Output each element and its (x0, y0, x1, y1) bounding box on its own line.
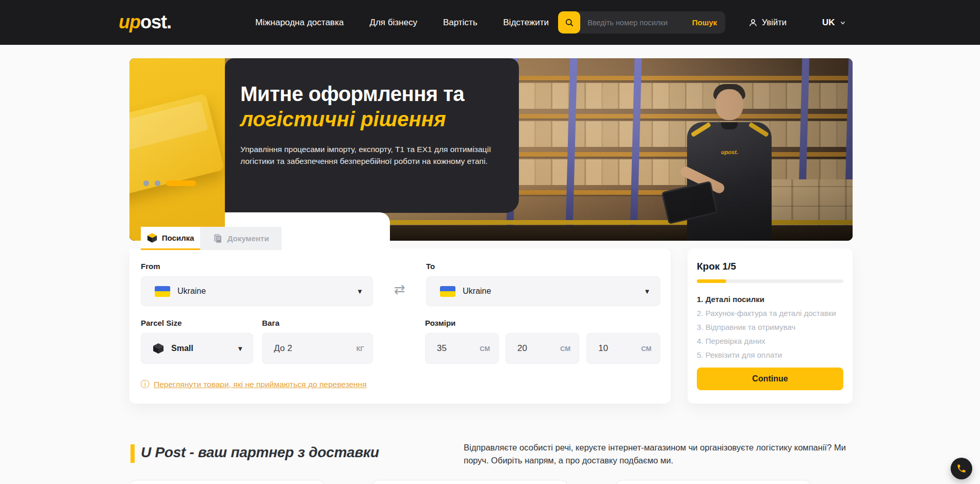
dimension-length-input[interactable] (426, 343, 466, 354)
documents-icon (213, 233, 223, 243)
parcel-size-select[interactable]: Small ▼ (141, 333, 253, 364)
search-button[interactable] (558, 11, 580, 34)
step-item-1: 1. Деталі посилки (697, 292, 843, 306)
to-country-value: Ukraine (463, 287, 491, 296)
language-label: UK (822, 18, 835, 28)
step-item-2: 2. Рахунок-фактура та деталі доставки (697, 306, 843, 320)
search-icon (564, 18, 575, 28)
nav-item-for-business[interactable]: Для бізнесу (369, 18, 417, 28)
steps-progress-bar (697, 279, 843, 283)
carousel-dot-2[interactable] (155, 180, 160, 186)
shipment-form-card: From Ukraine ▼ ⇄ To Ukraine ▼ Parcel Siz… (129, 248, 671, 404)
step-item-5: 5. Реквізити для оплати (697, 348, 843, 362)
language-selector[interactable]: UK (822, 0, 846, 45)
swap-directions-icon[interactable]: ⇄ (394, 281, 405, 297)
weight-unit: кг (356, 345, 364, 353)
hero-title-line1: Митне оформлення та (240, 82, 500, 106)
phone-icon (956, 463, 967, 474)
nav-item-pricing[interactable]: Вартість (443, 18, 478, 28)
caret-down-icon: ▼ (644, 288, 650, 295)
from-country-value: Ukraine (177, 287, 206, 296)
parcel-size-value: Small (171, 344, 193, 353)
dimension-width-field: см (505, 333, 579, 364)
hero-copy-panel: Митне оформлення та логістичні рішення У… (225, 58, 519, 213)
weight-field: кг (262, 333, 373, 364)
restricted-goods-link-text: Переглянути товари, які не приймаються д… (154, 380, 367, 389)
weight-label: Вага (262, 319, 280, 327)
parcel-box-icon (147, 233, 157, 243)
continue-button[interactable]: Continue (697, 368, 843, 390)
tracking-search: Пошук (558, 11, 725, 34)
dimension-unit: см (641, 345, 651, 353)
intro-heading: U Post - ваш партнер з доставки (141, 444, 379, 461)
login-button[interactable]: Увійти (748, 0, 787, 45)
caret-down-icon: ▼ (237, 345, 243, 353)
ukraine-flag-icon (155, 286, 170, 297)
tab-parcel[interactable]: Посилка (141, 227, 200, 250)
direction-card-preview (616, 480, 811, 484)
to-label: To (426, 262, 435, 271)
direction-card-preview (129, 480, 324, 484)
weight-input[interactable] (263, 343, 339, 354)
dimension-unit: см (560, 345, 570, 353)
direction-card-preview (372, 480, 567, 484)
from-label: From (141, 262, 160, 271)
heading-accent-bar (130, 444, 135, 463)
header: upost. Міжнародна доставка Для бізнесу В… (0, 0, 980, 45)
parcel-size-label: Parcel Size (141, 319, 182, 327)
to-country-select[interactable]: Ukraine ▼ (426, 276, 660, 306)
step-item-3: 3. Відправник та отримувач (697, 320, 843, 334)
carousel-dot-active[interactable] (166, 180, 196, 186)
info-icon: ⓘ (141, 378, 150, 390)
tab-documents-label: Документи (227, 234, 269, 243)
dimension-height-field: см (586, 333, 660, 364)
page: upost. Міжнародна доставка Для бізнесу В… (0, 0, 980, 484)
chevron-down-icon (839, 19, 846, 26)
dimension-width-input[interactable] (506, 343, 546, 354)
search-submit-label[interactable]: Пошук (692, 18, 725, 27)
restricted-goods-link[interactable]: ⓘ Переглянути товари, які не приймаються… (141, 378, 367, 390)
logo-rest: ost. (140, 11, 171, 32)
dimension-height-input[interactable] (587, 343, 627, 354)
ukraine-flag-icon (440, 286, 455, 297)
logo[interactable]: upost. (119, 11, 171, 33)
caret-down-icon: ▼ (356, 288, 363, 295)
checkout-steps-card: Крок 1/5 1. Деталі посилки 2. Рахунок-фа… (688, 248, 853, 404)
shipment-type-tabs: Посилка Документи (141, 227, 282, 250)
nav-item-track[interactable]: Відстежити (503, 18, 549, 28)
parcel-size-box-icon (153, 343, 164, 354)
step-item-4: 4. Перевірка даних (697, 334, 843, 348)
hero-description: Управління процесами імпорту, експорту, … (240, 143, 500, 167)
carousel-indicators (143, 180, 196, 186)
tab-documents[interactable]: Документи (200, 227, 282, 250)
steps-list: 1. Деталі посилки 2. Рахунок-фактура та … (697, 292, 843, 362)
steps-title: Крок 1/5 (697, 261, 843, 272)
logo-accent: up (119, 11, 140, 32)
main-nav: Міжнародна доставка Для бізнесу Вартість… (255, 0, 549, 45)
intro-description: Відправляєте особисті речі, керуєте інте… (464, 441, 854, 467)
hero-title-line2: логістичні рішення (240, 107, 500, 131)
carousel-dot-1[interactable] (143, 180, 149, 186)
from-country-select[interactable]: Ukraine ▼ (141, 276, 373, 306)
call-fab-button[interactable] (951, 458, 972, 479)
login-label: Увійти (762, 18, 787, 27)
dimensions-label: Розміри (425, 319, 455, 327)
tab-parcel-label: Посилка (162, 233, 194, 242)
dimension-unit: см (480, 345, 490, 353)
tracking-number-input[interactable] (580, 19, 692, 27)
dimension-length-field: см (425, 333, 499, 364)
steps-progress-fill (697, 279, 726, 283)
user-icon (748, 18, 758, 27)
hero-yellow-strip (129, 58, 225, 241)
nav-item-international-delivery[interactable]: Міжнародна доставка (255, 18, 344, 28)
